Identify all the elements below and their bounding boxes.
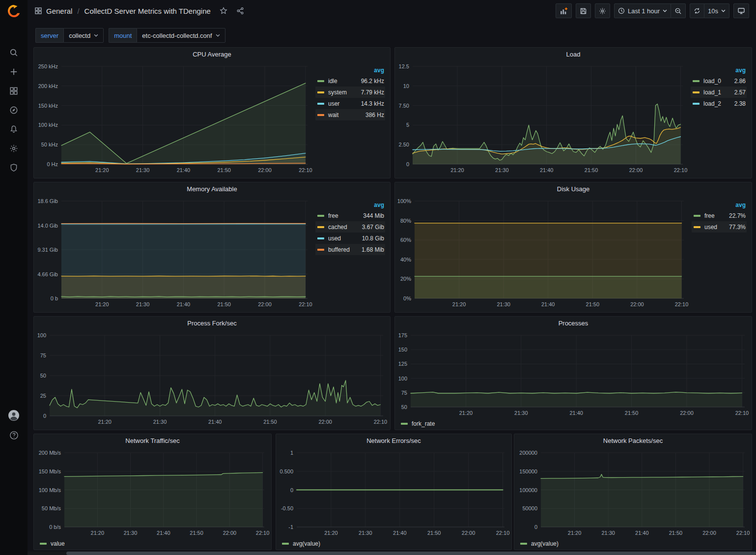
explore-compass-icon[interactable] (0, 102, 28, 118)
legend-item-free[interactable]: free344 Mib (315, 210, 385, 221)
legend-item-load_0[interactable]: load_02.86 (691, 75, 747, 87)
configuration-gear-icon[interactable] (0, 140, 28, 157)
refresh-interval-dropdown[interactable]: 10s (704, 3, 729, 18)
network-traffic-chart[interactable]: 0 b/s50 Mb/s100 Mb/s150 Mb/s200 Mb/s21:2… (34, 448, 271, 538)
horizontal-scrollbar[interactable] (0, 552, 756, 555)
panel-title[interactable]: Disk Usage (395, 182, 752, 196)
panel-title[interactable]: Processes (395, 317, 752, 330)
help-icon[interactable] (0, 427, 28, 443)
svg-text:100 kHz: 100 kHz (38, 122, 58, 128)
network-errors-chart[interactable]: -1-0.5000.500121:2021:3021:4021:5022:002… (276, 448, 511, 538)
svg-text:22:10: 22:10 (496, 530, 510, 536)
legend-stat-header[interactable]: avg (692, 201, 747, 210)
zoom-out-time-button[interactable] (671, 3, 686, 18)
legend-series-avg-value: 14.3 kHz (354, 100, 384, 107)
svg-text:22:00: 22:00 (258, 167, 272, 173)
panel-title[interactable]: Network Traffic/sec (34, 434, 271, 448)
disk-usage-legend: avgfree22.7%used77.3% (691, 196, 752, 312)
legend-series-avg-value: 386 Hz (359, 112, 384, 118)
network-packets-chart[interactable]: 05000010000015000020000021:2021:3021:402… (514, 448, 752, 538)
create-plus-icon[interactable] (0, 63, 28, 80)
dashboard-title[interactable]: CollectD Server Metrics with TDengine (84, 7, 211, 15)
panel-title[interactable]: Network Errors/sec (276, 434, 511, 448)
legend-item-system[interactable]: system7.79 kHz (315, 87, 385, 98)
dashboard-settings-button[interactable] (595, 3, 610, 18)
refresh-interval-label: 10s (708, 7, 718, 15)
legend-item-avg(value)[interactable]: avg(value) (282, 538, 320, 550)
legend-stat-header[interactable]: avg (315, 66, 385, 75)
scrollbar-thumb[interactable] (66, 552, 756, 555)
legend-item-value[interactable]: value (40, 538, 65, 550)
legend-item-idle[interactable]: idle96.2 kHz (315, 75, 385, 87)
cpu-average-chart[interactable]: 0 Hz50 kHz100 kHz150 kHz200 kHz250 kHz21… (34, 61, 314, 175)
breadcrumb: General / CollectD Server Metrics with T… (28, 7, 244, 15)
dashboards-icon[interactable] (0, 83, 28, 99)
legend-series-name: system (328, 89, 347, 96)
svg-text:22:10: 22:10 (374, 419, 388, 425)
time-range-picker[interactable]: Last 1 hour (614, 3, 671, 18)
svg-text:2.50: 2.50 (399, 142, 409, 147)
legend-series-avg-value: 2.38 (728, 100, 746, 107)
add-panel-button[interactable] (556, 3, 572, 18)
svg-text:22:10: 22:10 (736, 530, 750, 536)
svg-text:0.500: 0.500 (280, 468, 293, 474)
svg-text:12.5: 12.5 (399, 63, 409, 69)
legend-item-load_2[interactable]: load_22.38 (691, 98, 747, 109)
search-icon[interactable] (0, 44, 28, 61)
legend-item-avg(value)[interactable]: avg(value) (520, 538, 559, 550)
variable-mount-value[interactable]: etc-collectd-collectd.conf (137, 28, 225, 43)
process-fork-chart[interactable]: 025507510021:2021:3021:4021:5022:0022:10 (34, 330, 390, 427)
star-icon[interactable] (220, 7, 227, 15)
svg-text:22:00: 22:00 (702, 530, 716, 536)
variable-server-value[interactable]: collectd (63, 28, 104, 43)
svg-text:21:40: 21:40 (177, 301, 191, 307)
svg-text:22:10: 22:10 (674, 167, 688, 173)
legend-item-user[interactable]: user14.3 kHz (315, 98, 385, 109)
legend-item-fork_rate[interactable]: fork_rate (401, 418, 435, 430)
grafana-logo-icon[interactable] (6, 3, 22, 19)
panel-title[interactable]: Memory Available (34, 182, 390, 196)
svg-text:200 Mb/s: 200 Mb/s (39, 450, 61, 456)
legend-item-buffered[interactable]: buffered1.68 Mib (315, 244, 385, 255)
svg-text:21:30: 21:30 (495, 167, 509, 173)
svg-text:0: 0 (43, 413, 46, 419)
legend-stat-header[interactable]: avg (315, 201, 385, 210)
series-color-dash (693, 80, 700, 82)
svg-text:-0.50: -0.50 (281, 505, 293, 511)
svg-text:14.0 Gib: 14.0 Gib (37, 223, 58, 229)
disk-usage-chart[interactable]: 0%20%40%60%80%100%21:2021:3021:4021:5022… (395, 196, 691, 309)
panel-title[interactable]: Load (395, 48, 752, 61)
server-admin-shield-icon[interactable] (0, 159, 28, 176)
load-chart[interactable]: 02.5057.501012.521:2021:3021:4021:5022:0… (395, 61, 690, 175)
user-avatar[interactable] (0, 407, 28, 424)
processes-chart[interactable]: 507510012515017521:2021:3021:4021:5022:0… (395, 330, 752, 418)
legend-series-name: free (328, 212, 338, 219)
legend-item-load_1[interactable]: load_12.57 (691, 87, 747, 98)
share-icon[interactable] (236, 7, 244, 15)
refresh-button[interactable] (690, 3, 704, 18)
legend-series-avg-value: 22.7% (722, 212, 746, 219)
alerting-bell-icon[interactable] (0, 121, 28, 138)
series-color-dash (317, 80, 324, 82)
legend-item-used[interactable]: used10.8 Gib (315, 233, 385, 244)
panel-title[interactable]: CPU Average (34, 48, 390, 61)
panel-title[interactable]: Network Packets/sec (514, 434, 752, 448)
panel-disk-usage: Disk Usage 0%20%40%60%80%100%21:2021:302… (394, 182, 752, 313)
save-dashboard-button[interactable] (576, 3, 591, 18)
svg-text:21:40: 21:40 (208, 419, 222, 425)
legend-stat-header[interactable]: avg (691, 66, 747, 75)
legend-item-free[interactable]: free22.7% (692, 210, 747, 221)
legend-item-cached[interactable]: cached3.67 Gib (315, 221, 385, 233)
panel-title[interactable]: Process Fork/sec (34, 317, 390, 330)
svg-text:22:00: 22:00 (680, 410, 694, 416)
legend-item-wait[interactable]: wait386 Hz (315, 109, 385, 120)
memory-available-chart[interactable]: 0 b4.66 Gib9.31 Gib14.0 Gib18.6 Gib21:20… (34, 196, 314, 309)
tv-mode-button[interactable] (733, 3, 749, 18)
svg-text:22:10: 22:10 (299, 167, 312, 173)
panel-memory-available: Memory Available 0 b4.66 Gib9.31 Gib14.0… (33, 182, 391, 313)
svg-text:21:40: 21:40 (569, 410, 583, 416)
breadcrumb-folder[interactable]: General (46, 7, 72, 15)
legend-item-used[interactable]: used77.3% (692, 221, 747, 233)
svg-text:100: 100 (37, 332, 46, 338)
memory-available-legend: avgfree344 Mibcached3.67 Gibused10.8 Gib… (314, 196, 390, 312)
